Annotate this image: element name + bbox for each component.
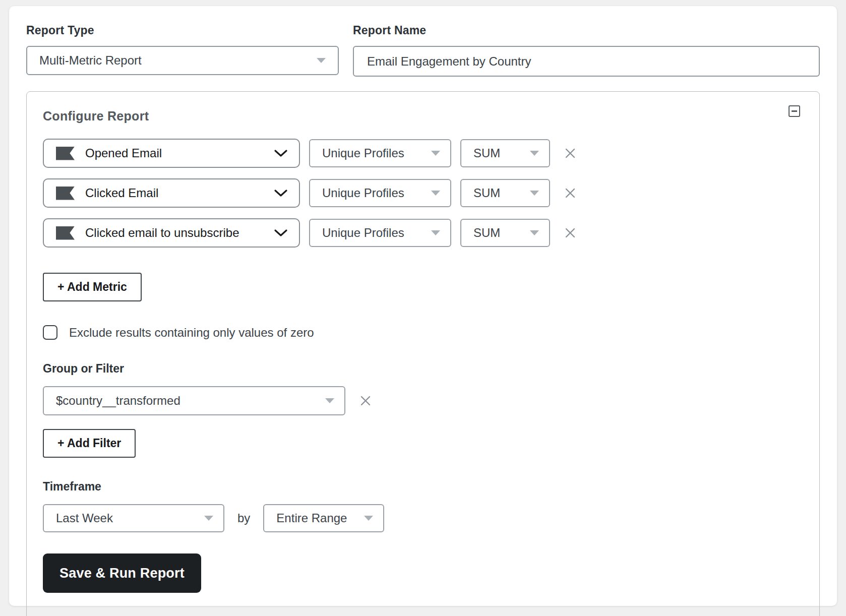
measurement-value: Unique Profiles	[322, 186, 404, 200]
report-type-label: Report Type	[26, 24, 339, 37]
caret-down-icon	[530, 230, 539, 235]
filter-row: $country__transformed	[43, 386, 802, 415]
configure-report-section: Configure Report Opened Email Unique Pro…	[26, 91, 820, 616]
close-icon	[564, 187, 576, 199]
exclude-zero-row: Exclude results containing only values o…	[43, 325, 802, 340]
save-and-run-report-button[interactable]: Save & Run Report	[43, 553, 201, 593]
caret-down-icon	[530, 151, 539, 156]
metric-flag-icon	[56, 226, 75, 240]
caret-down-icon	[204, 516, 213, 521]
caret-down-icon	[431, 151, 440, 156]
caret-down-icon	[431, 191, 440, 196]
metric-name: Clicked Email	[85, 186, 158, 200]
report-type-select[interactable]: Multi-Metric Report	[26, 46, 339, 75]
timeframe-grouping-select[interactable]: Entire Range	[263, 504, 384, 532]
aggregation-select[interactable]: SUM	[460, 139, 550, 167]
aggregation-value: SUM	[473, 186, 500, 200]
remove-metric-button[interactable]	[564, 226, 577, 239]
add-metric-button[interactable]: + Add Metric	[43, 273, 142, 301]
timeframe-range-select[interactable]: Last Week	[43, 504, 224, 532]
aggregation-value: SUM	[473, 226, 500, 240]
chevron-down-icon	[317, 58, 326, 63]
chevron-down-icon	[274, 228, 288, 237]
metric-row: Clicked Email Unique Profiles SUM	[43, 178, 802, 208]
report-name-input[interactable]	[353, 46, 820, 77]
metric-flag-icon	[56, 187, 75, 200]
group-by-select[interactable]: $country__transformed	[43, 386, 345, 415]
aggregation-select[interactable]: SUM	[460, 179, 550, 207]
timeframe-grouping-value: Entire Range	[276, 511, 347, 525]
caret-down-icon	[530, 191, 539, 196]
group-by-value: $country__transformed	[56, 394, 180, 408]
configure-report-title: Configure Report	[43, 109, 802, 124]
remove-filter-button[interactable]	[359, 394, 372, 407]
group-or-filter-label: Group or Filter	[43, 362, 802, 376]
close-icon	[359, 395, 372, 407]
exclude-zero-checkbox[interactable]	[43, 325, 57, 340]
by-label: by	[237, 511, 250, 525]
timeframe-range-value: Last Week	[56, 511, 113, 525]
close-icon	[564, 227, 576, 239]
measurement-value: Unique Profiles	[322, 146, 404, 160]
report-name-label: Report Name	[353, 24, 820, 37]
metric-row: Opened Email Unique Profiles SUM	[43, 139, 802, 168]
measurement-select[interactable]: Unique Profiles	[309, 219, 451, 247]
caret-down-icon	[431, 230, 440, 235]
aggregation-value: SUM	[473, 146, 500, 160]
report-builder-card: Report Type Multi-Metric Report Report N…	[9, 6, 837, 606]
report-header-row: Report Type Multi-Metric Report Report N…	[26, 24, 820, 77]
report-name-field: Report Name	[353, 24, 820, 77]
measurement-select[interactable]: Unique Profiles	[309, 139, 451, 167]
aggregation-select[interactable]: SUM	[460, 219, 550, 247]
metric-flag-icon	[56, 147, 75, 160]
metric-row: Clicked email to unsubscribe Unique Prof…	[43, 218, 802, 248]
minus-icon	[792, 110, 797, 112]
metric-select[interactable]: Opened Email	[43, 139, 300, 168]
report-type-field: Report Type Multi-Metric Report	[26, 24, 339, 77]
metric-name: Opened Email	[85, 146, 162, 160]
close-icon	[564, 147, 576, 159]
caret-down-icon	[325, 398, 334, 403]
collapse-section-button[interactable]	[789, 105, 800, 117]
chevron-down-icon	[274, 189, 288, 198]
add-filter-button[interactable]: + Add Filter	[43, 429, 136, 458]
exclude-zero-label: Exclude results containing only values o…	[69, 326, 314, 340]
timeframe-label: Timeframe	[43, 480, 802, 494]
metric-select[interactable]: Clicked Email	[43, 178, 300, 208]
measurement-value: Unique Profiles	[322, 226, 404, 240]
remove-metric-button[interactable]	[564, 147, 577, 160]
remove-metric-button[interactable]	[564, 187, 577, 200]
metric-select[interactable]: Clicked email to unsubscribe	[43, 218, 300, 248]
measurement-select[interactable]: Unique Profiles	[309, 179, 451, 207]
caret-down-icon	[364, 516, 373, 521]
report-type-value: Multi-Metric Report	[39, 53, 142, 68]
metric-name: Clicked email to unsubscribe	[85, 226, 239, 240]
chevron-down-icon	[274, 149, 288, 158]
timeframe-row: Last Week by Entire Range	[43, 504, 802, 532]
